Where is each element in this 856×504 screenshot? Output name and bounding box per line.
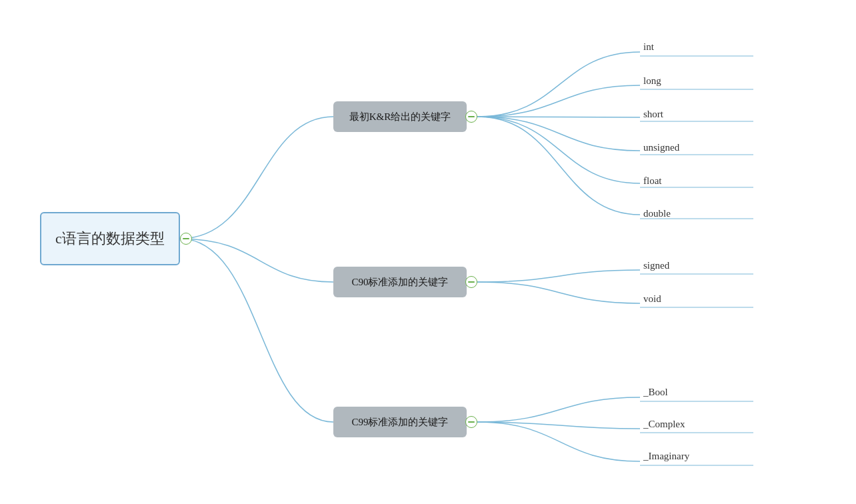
mid3-label: C99标准添加的关键字 bbox=[351, 416, 448, 429]
root-node[interactable]: c语言的数据类型 bbox=[40, 212, 180, 265]
leaf-float: float bbox=[643, 175, 662, 187]
leaf-int: int bbox=[643, 41, 654, 53]
root-collapse-btn[interactable] bbox=[180, 233, 192, 245]
leaf-signed: signed bbox=[643, 260, 669, 271]
leaf-imaginary: _Imaginary bbox=[643, 451, 689, 462]
mind-map: c语言的数据类型 最初K&R给出的关键字 C90标准添加的关键字 C99标准添加… bbox=[0, 0, 856, 504]
mid3-collapse-btn[interactable] bbox=[465, 416, 477, 428]
mid2-label: C90标准添加的关键字 bbox=[351, 276, 448, 289]
mid2-collapse-btn[interactable] bbox=[465, 276, 477, 288]
leaf-bool: _Bool bbox=[643, 387, 668, 398]
root-label: c语言的数据类型 bbox=[55, 229, 165, 249]
leaf-unsigned: unsigned bbox=[643, 142, 679, 153]
mid3-node[interactable]: C99标准添加的关键字 bbox=[333, 407, 467, 437]
leaf-short: short bbox=[643, 109, 663, 120]
mid2-node[interactable]: C90标准添加的关键字 bbox=[333, 267, 467, 297]
mid1-collapse-btn[interactable] bbox=[465, 111, 477, 123]
mid1-label: 最初K&R给出的关键字 bbox=[349, 111, 451, 123]
leaf-complex: _Complex bbox=[643, 419, 685, 430]
mid1-node[interactable]: 最初K&R给出的关键字 bbox=[333, 101, 467, 132]
leaf-long: long bbox=[643, 75, 661, 87]
leaf-double: double bbox=[643, 208, 671, 219]
leaf-void: void bbox=[643, 293, 661, 305]
